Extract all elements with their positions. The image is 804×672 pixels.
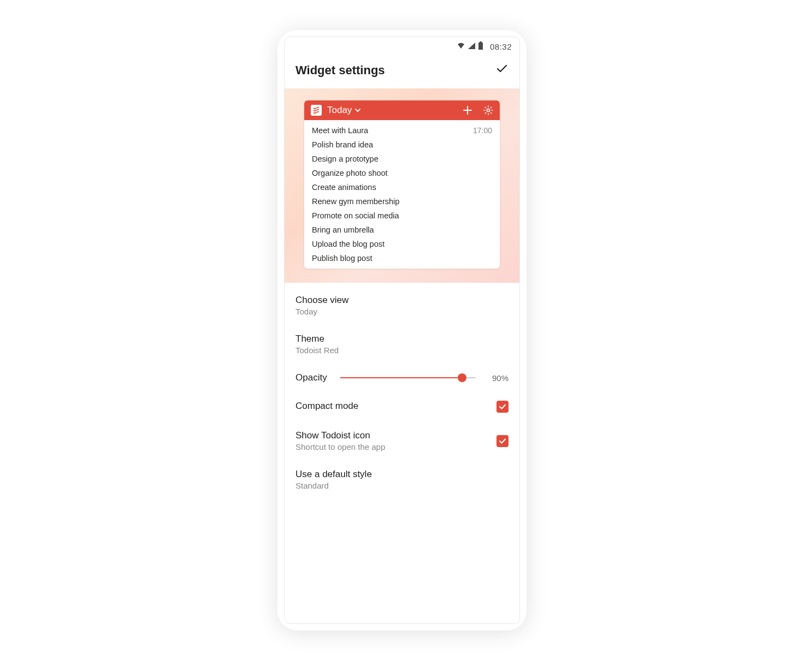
setting-value: Today bbox=[295, 307, 509, 316]
task-title: Polish brand idea bbox=[312, 140, 373, 149]
setting-label: Theme bbox=[295, 334, 509, 344]
wifi-icon bbox=[457, 42, 465, 51]
setting-value: Todoist Red bbox=[295, 346, 509, 355]
task-title: Create animations bbox=[312, 183, 376, 192]
setting-value: Standard bbox=[295, 481, 509, 490]
task-item[interactable]: Organize photo shoot bbox=[304, 166, 500, 180]
setting-label: Use a default style bbox=[295, 469, 509, 480]
choose-view-setting[interactable]: Choose view Today bbox=[285, 286, 519, 325]
battery-icon bbox=[478, 41, 483, 51]
task-list: Meet with Laura 17:00 Polish brand idea … bbox=[304, 120, 500, 269]
phone-frame: 08:32 Widget settings Today bbox=[277, 30, 527, 631]
task-title: Bring an umbrella bbox=[312, 225, 374, 234]
confirm-button[interactable] bbox=[495, 62, 509, 79]
task-item[interactable]: Create animations bbox=[304, 180, 500, 194]
compact-mode-setting[interactable]: Compact mode bbox=[285, 392, 519, 421]
task-item[interactable]: Publish blog post bbox=[304, 251, 500, 265]
task-title: Meet with Laura bbox=[312, 126, 368, 135]
svg-rect-0 bbox=[480, 41, 482, 43]
task-item[interactable]: Bring an umbrella bbox=[304, 223, 500, 237]
status-time: 08:32 bbox=[490, 42, 512, 51]
task-item[interactable]: Polish brand idea bbox=[304, 138, 500, 152]
svg-rect-1 bbox=[478, 43, 483, 50]
setting-label: Opacity bbox=[295, 372, 327, 383]
opacity-slider[interactable] bbox=[340, 377, 476, 378]
add-task-button[interactable] bbox=[463, 105, 472, 115]
chevron-down-icon bbox=[355, 107, 360, 114]
setting-subtitle: Shortcut to open the app bbox=[295, 442, 496, 451]
show-icon-setting[interactable]: Show Todoist icon Shortcut to open the a… bbox=[285, 421, 519, 460]
task-title: Promote on social media bbox=[312, 211, 399, 220]
task-title: Renew gym membership bbox=[312, 197, 399, 206]
setting-label: Show Todoist icon bbox=[295, 430, 496, 441]
task-item[interactable]: Design a prototype bbox=[304, 152, 500, 166]
opacity-value: 90% bbox=[489, 373, 509, 383]
task-title: Upload the blog post bbox=[312, 240, 385, 248]
svg-point-2 bbox=[487, 109, 490, 112]
opacity-setting: Opacity 90% bbox=[285, 364, 519, 392]
screen: 08:32 Widget settings Today bbox=[284, 37, 520, 624]
compact-mode-checkbox[interactable] bbox=[496, 401, 509, 413]
page-title: Widget settings bbox=[295, 63, 385, 78]
header-bar: Widget settings bbox=[285, 56, 519, 88]
widget-card: Today bbox=[304, 100, 500, 269]
widget-preview: Today bbox=[285, 88, 519, 283]
task-time: 17:00 bbox=[473, 126, 492, 135]
default-style-setting[interactable]: Use a default style Standard bbox=[285, 460, 519, 499]
setting-label: Choose view bbox=[295, 295, 509, 306]
slider-thumb-icon[interactable] bbox=[458, 373, 466, 382]
task-item[interactable]: Upload the blog post bbox=[304, 237, 500, 251]
task-title: Organize photo shoot bbox=[312, 169, 388, 177]
show-icon-checkbox[interactable] bbox=[496, 435, 509, 447]
widget-view-selector[interactable]: Today bbox=[327, 105, 360, 116]
task-title: Design a prototype bbox=[312, 154, 379, 163]
widget-settings-button[interactable] bbox=[483, 105, 493, 115]
theme-setting[interactable]: Theme Todoist Red bbox=[285, 325, 519, 364]
widget-view-label: Today bbox=[327, 105, 352, 116]
task-item[interactable]: Meet with Laura 17:00 bbox=[304, 123, 500, 138]
task-title: Publish blog post bbox=[312, 254, 372, 263]
settings-list: Choose view Today Theme Todoist Red Opac… bbox=[285, 283, 519, 502]
task-item[interactable]: Renew gym membership bbox=[304, 194, 500, 209]
todoist-logo-icon bbox=[311, 105, 322, 116]
widget-header: Today bbox=[304, 100, 500, 120]
setting-label: Compact mode bbox=[295, 401, 496, 412]
signal-icon bbox=[468, 42, 476, 51]
status-bar: 08:32 bbox=[285, 37, 519, 56]
task-item[interactable]: Promote on social media bbox=[304, 209, 500, 223]
